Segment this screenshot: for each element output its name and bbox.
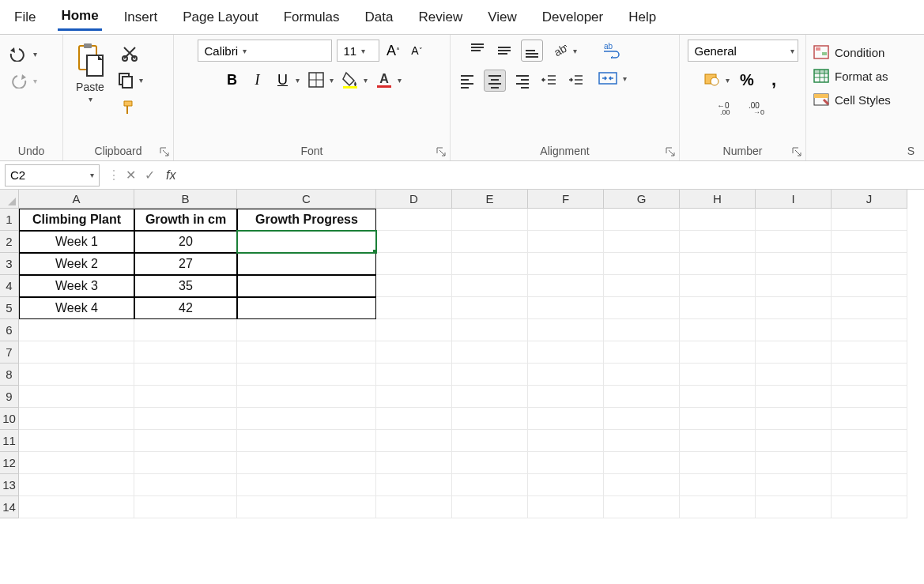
cell-B1[interactable]: Growth in cm	[134, 209, 237, 231]
cell-I1[interactable]	[756, 209, 832, 231]
cell-F1[interactable]	[528, 209, 604, 231]
number-dialog-launcher[interactable]	[791, 146, 802, 157]
row-header-13[interactable]: 13	[0, 474, 19, 496]
cell-E5[interactable]	[452, 297, 528, 319]
undo-dropdown[interactable]: ▾	[33, 50, 37, 58]
cell-B11[interactable]	[134, 430, 237, 452]
cell-J5[interactable]	[832, 297, 907, 319]
column-header-J[interactable]: J	[832, 190, 907, 209]
copy-button[interactable]	[115, 70, 136, 90]
increase-decimal-button[interactable]: ←0.00	[715, 98, 739, 117]
column-header-C[interactable]: C	[237, 190, 376, 209]
wrap-text-button[interactable]: ab	[600, 40, 624, 60]
redo-button[interactable]	[6, 71, 30, 90]
tab-data[interactable]: Data	[362, 5, 397, 30]
enter-formula-button[interactable]: ✓	[141, 167, 158, 184]
align-top-button[interactable]	[467, 40, 488, 61]
row-header-5[interactable]: 5	[0, 297, 19, 319]
column-header-B[interactable]: B	[134, 190, 237, 209]
tab-file[interactable]: File	[11, 5, 39, 30]
cell-I7[interactable]	[756, 341, 832, 364]
cell-C13[interactable]	[237, 474, 376, 496]
font-dialog-launcher[interactable]	[436, 146, 447, 157]
cell-G5[interactable]	[604, 297, 680, 319]
cell-B6[interactable]	[134, 319, 237, 341]
cell-J4[interactable]	[832, 275, 907, 297]
cell-C5[interactable]	[237, 297, 376, 319]
cell-F5[interactable]	[528, 297, 604, 319]
underline-dropdown[interactable]: ▾	[296, 76, 300, 85]
cell-A8[interactable]	[19, 364, 134, 386]
cell-D12[interactable]	[376, 452, 452, 474]
cell-E8[interactable]	[452, 364, 528, 386]
cell-I10[interactable]	[756, 408, 832, 430]
font-color-button[interactable]: A	[374, 70, 394, 90]
formula-input[interactable]	[180, 164, 924, 187]
cell-F14[interactable]	[528, 496, 604, 518]
cell-H13[interactable]	[680, 474, 756, 496]
cell-E11[interactable]	[452, 430, 528, 452]
cell-C1[interactable]: Growth Progress	[237, 209, 376, 231]
cell-G3[interactable]	[604, 253, 680, 275]
cell-H3[interactable]	[680, 253, 756, 275]
cell-G9[interactable]	[604, 386, 680, 408]
cell-A12[interactable]	[19, 452, 134, 474]
row-header-2[interactable]: 2	[0, 231, 19, 253]
select-all-corner[interactable]	[0, 190, 19, 209]
cell-I4[interactable]	[756, 275, 832, 297]
cell-A13[interactable]	[19, 474, 134, 496]
row-header-1[interactable]: 1	[0, 209, 19, 231]
cell-D8[interactable]	[376, 364, 452, 386]
cell-G2[interactable]	[604, 231, 680, 253]
format-as-table-button[interactable]: Format as	[813, 66, 888, 85]
decrease-indent-button[interactable]	[539, 70, 560, 91]
cell-G10[interactable]	[604, 408, 680, 430]
cell-B10[interactable]	[134, 408, 237, 430]
column-header-D[interactable]: D	[376, 190, 452, 209]
conditional-formatting-button[interactable]: Condition	[813, 43, 884, 62]
cell-C6[interactable]	[237, 319, 376, 341]
cell-H8[interactable]	[680, 364, 756, 386]
cell-F3[interactable]	[528, 253, 604, 275]
cell-I13[interactable]	[756, 474, 832, 496]
cell-H14[interactable]	[680, 496, 756, 518]
cell-B4[interactable]: 35	[134, 275, 237, 297]
cell-H12[interactable]	[680, 452, 756, 474]
cell-A3[interactable]: Week 2	[19, 253, 134, 275]
cell-G12[interactable]	[604, 452, 680, 474]
cell-F4[interactable]	[528, 275, 604, 297]
row-header-10[interactable]: 10	[0, 408, 19, 430]
column-header-G[interactable]: G	[604, 190, 680, 209]
cell-H2[interactable]	[680, 231, 756, 253]
cell-A4[interactable]: Week 3	[19, 275, 134, 297]
column-header-F[interactable]: F	[528, 190, 604, 209]
cell-E9[interactable]	[452, 386, 528, 408]
cell-D11[interactable]	[376, 430, 452, 452]
row-header-9[interactable]: 9	[0, 386, 19, 408]
cell-A9[interactable]	[19, 386, 134, 408]
cell-E13[interactable]	[452, 474, 528, 496]
cell-H7[interactable]	[680, 341, 756, 364]
cell-E10[interactable]	[452, 408, 528, 430]
cell-I9[interactable]	[756, 386, 832, 408]
tab-review[interactable]: Review	[415, 5, 466, 30]
fill-color-dropdown[interactable]: ▾	[364, 76, 368, 85]
underline-button[interactable]: U	[273, 70, 292, 90]
cell-I3[interactable]	[756, 253, 832, 275]
bold-button[interactable]: B	[223, 70, 242, 90]
increase-font-button[interactable]: A˄	[384, 41, 403, 61]
cell-I12[interactable]	[756, 452, 832, 474]
row-header-14[interactable]: 14	[0, 496, 19, 518]
cell-B12[interactable]	[134, 452, 237, 474]
column-header-H[interactable]: H	[680, 190, 756, 209]
cell-C8[interactable]	[237, 364, 376, 386]
cell-J14[interactable]	[832, 496, 907, 518]
cell-B3[interactable]: 27	[134, 253, 237, 275]
format-painter-button[interactable]	[119, 96, 140, 117]
italic-button[interactable]: I	[248, 70, 267, 90]
cell-B13[interactable]	[134, 474, 237, 496]
align-left-button[interactable]	[457, 70, 477, 91]
cell-I11[interactable]	[756, 430, 832, 452]
row-header-4[interactable]: 4	[0, 275, 19, 297]
cell-D2[interactable]	[376, 231, 452, 253]
